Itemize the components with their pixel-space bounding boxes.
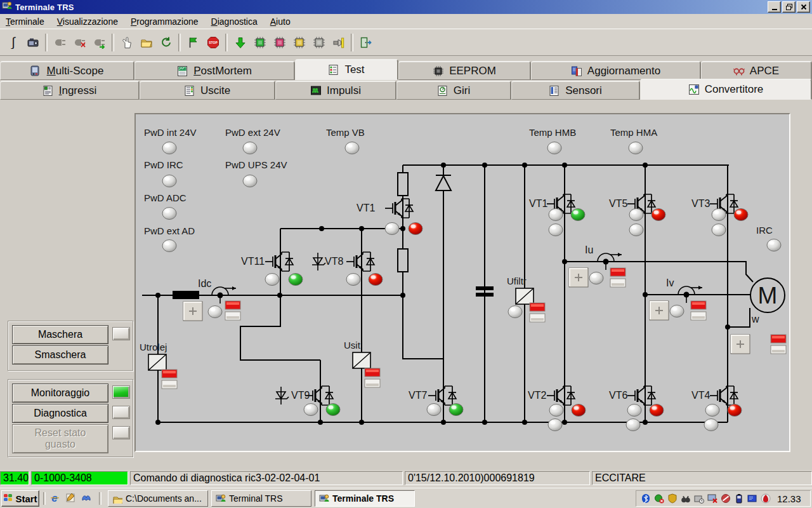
quick-launch-desktop-icon[interactable] <box>65 492 78 505</box>
limit-toggle-ufiltr[interactable] <box>530 303 545 322</box>
tool-flag-button[interactable] <box>183 33 203 52</box>
app-icon <box>2 1 12 13</box>
limit-toggle-iv[interactable] <box>691 301 706 320</box>
tool-plug-button[interactable] <box>50 33 70 52</box>
restore-button[interactable] <box>782 1 796 13</box>
diagnostica-button[interactable]: Diagnostica <box>12 404 108 423</box>
tab-test[interactable]: Test <box>295 59 398 80</box>
label-ufiltr: Ufiltr <box>507 276 527 286</box>
tool-chip-green-button[interactable] <box>250 33 270 52</box>
postmortem-icon <box>177 65 188 77</box>
taskbar: Start e C:\Documents an...Terminal TRSTe… <box>0 488 812 508</box>
tray-binoculars-icon[interactable] <box>681 493 691 504</box>
plus-button-iv[interactable] <box>650 301 669 320</box>
led-vt9-green <box>326 404 340 416</box>
quick-launch-msn-icon[interactable] <box>81 492 94 505</box>
tool-chip-yellow-button[interactable] <box>289 33 309 52</box>
tab-eeprom[interactable]: EEPROM <box>398 61 531 80</box>
menu-aiuto[interactable]: Aiuto <box>266 15 295 28</box>
tray-blocked-icon[interactable] <box>721 493 731 504</box>
limit-toggle-w[interactable] <box>771 335 786 354</box>
led-vt2-red <box>572 404 586 417</box>
tool-plug-arrow-button[interactable] <box>89 33 109 52</box>
maschera-button[interactable]: Maschera <box>12 325 108 344</box>
quick-launch-ie-icon[interactable]: e <box>49 492 62 505</box>
label-w: w <box>751 314 759 324</box>
menu-terminale[interactable]: Terminale <box>1 15 49 28</box>
menu-visualizzazione[interactable]: Visualizzazione <box>53 15 122 28</box>
igbt-vt7 <box>428 386 456 405</box>
tab-label: APCE <box>750 65 779 77</box>
tab-label: Sensori <box>565 84 602 97</box>
tool-lamp-button[interactable] <box>329 33 348 52</box>
start-button[interactable]: Start <box>1 490 39 507</box>
menu-diagnostica[interactable]: Diagnostica <box>207 15 262 28</box>
task-button-c-documents-an[interactable]: C:\Documents an... <box>108 490 208 507</box>
task-label: Terminale TRS <box>332 493 394 504</box>
tray-shield-icon[interactable] <box>667 493 678 504</box>
mask-button-group: MascheraSmaschera <box>8 321 133 371</box>
tray-battery-icon[interactable] <box>734 493 744 504</box>
plus-button-iu[interactable] <box>569 268 588 287</box>
tab-multi-scope[interactable]: Multi-Scope <box>0 61 134 80</box>
tray-display-x-icon[interactable] <box>707 493 717 504</box>
subtab-convertitore[interactable]: Convertitore <box>640 79 812 100</box>
led-vt6-gray <box>626 419 640 431</box>
led-vt8-gray <box>346 274 360 286</box>
minimize-button[interactable] <box>768 1 781 13</box>
chip-icon <box>433 65 444 77</box>
tab-postmortem[interactable]: PostMortem <box>134 61 295 80</box>
status-cell-4: ECCITARE <box>592 471 812 485</box>
limit-toggle-iu[interactable] <box>610 268 625 287</box>
subtab-uscite[interactable]: Uscite <box>140 81 275 100</box>
plus-button-idc[interactable] <box>183 302 202 321</box>
tab-aggiornamento[interactable]: Aggiornamento <box>531 61 701 80</box>
diode <box>436 176 451 190</box>
tool-integral-button[interactable]: ∫ <box>3 33 23 52</box>
tab-label: Multi-Scope <box>47 65 104 77</box>
tray-agent-icon[interactable] <box>654 493 664 504</box>
limit-toggle-idc[interactable] <box>225 301 240 320</box>
desktop: Terminale TRS TerminaleVisualizzazionePr… <box>0 0 812 508</box>
tool-stop-button[interactable]: STOP <box>203 33 223 52</box>
led-vt6-gray <box>627 404 641 417</box>
tray-book-icon[interactable] <box>747 493 757 504</box>
subtab-impulsi[interactable]: Impulsi <box>275 81 396 100</box>
tool-chip-red-button[interactable] <box>270 33 289 52</box>
tool-arrow-down-button[interactable] <box>230 33 250 52</box>
folder-icon <box>112 493 122 504</box>
tab-apce[interactable]: APCE <box>701 61 812 80</box>
menu-bar: TerminaleVisualizzazioneProgrammazioneDi… <box>0 14 812 29</box>
monitoraggio-button[interactable]: Monitoraggio <box>12 384 108 403</box>
limit-toggle-utrolej[interactable] <box>162 370 177 389</box>
taskbar-clock: 12.33 <box>777 493 801 504</box>
subtab-giri[interactable]: Giri <box>396 81 511 100</box>
tool-door-button[interactable] <box>356 33 376 52</box>
tool-refresh-button[interactable] <box>156 33 176 52</box>
label-vt2: VT2 <box>528 390 546 401</box>
tray-flame-icon[interactable] <box>761 493 771 504</box>
tool-plug-x-button[interactable] <box>70 33 89 52</box>
tray-device-icon[interactable] <box>694 493 704 504</box>
menu-programmazione[interactable]: Programmazione <box>126 15 203 28</box>
subtab-sensori[interactable]: Sensori <box>511 81 640 100</box>
tray-bluetooth-icon[interactable] <box>641 493 651 504</box>
close-button[interactable] <box>797 1 810 13</box>
task-label: C:\Documents an... <box>126 493 202 504</box>
tool-camera-button[interactable] <box>23 33 43 52</box>
plus-button-w[interactable] <box>731 335 750 354</box>
tool-folder-button[interactable] <box>136 33 156 52</box>
tool-chip-gray-button[interactable] <box>309 33 329 52</box>
led-vt3-gray <box>712 224 726 236</box>
taskbar-divider <box>99 492 102 505</box>
smaschera-button[interactable]: Smaschera <box>12 345 108 364</box>
tab-label: Uscite <box>200 84 230 97</box>
task-button-terminale-trs[interactable]: Terminale TRS <box>315 490 415 507</box>
tool-hand-button[interactable] <box>117 33 136 52</box>
monitoraggio-indicator <box>112 385 130 399</box>
subtab-ingressi[interactable]: Ingressi <box>0 81 140 100</box>
led-vt8-red <box>369 274 383 286</box>
limit-toggle-usit[interactable] <box>365 368 380 387</box>
task-button-terminal-trs[interactable]: Terminal TRS <box>211 490 311 507</box>
toolbar-separator <box>178 34 181 51</box>
